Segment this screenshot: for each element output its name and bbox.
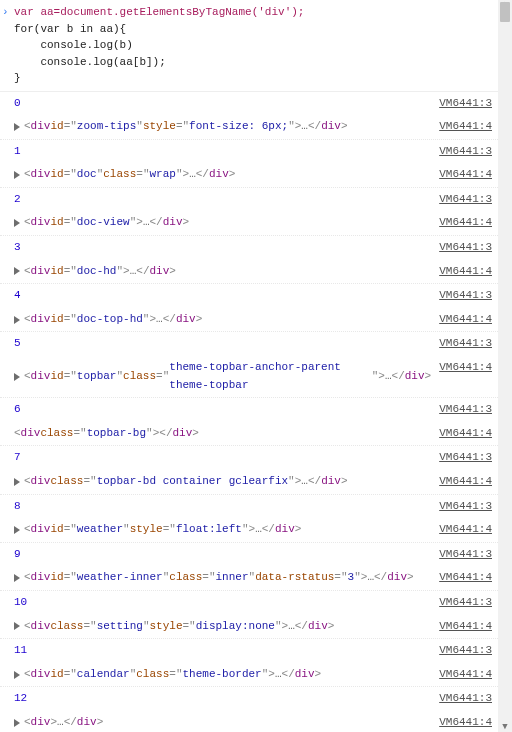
log-index-row: 5VM6441:3 (0, 331, 498, 356)
expand-arrow-icon[interactable] (14, 622, 20, 630)
expand-arrow-icon[interactable] (14, 526, 20, 534)
log-index: 9 (14, 546, 21, 564)
log-element-row: <div id="doc-view">…</div>VM6441:4 (0, 211, 498, 235)
code-line: for(var b in aa){ (14, 21, 498, 38)
log-element-row: <div id="topbar" class="theme-topbar-anc… (0, 356, 498, 397)
log-index: 0 (14, 95, 21, 113)
log-index: 12 (14, 690, 27, 708)
log-element-row: <div id="calendar" class="theme-border">… (0, 663, 498, 687)
element-node[interactable]: <div class="topbar-bd container gclearfi… (14, 473, 431, 491)
expand-arrow-icon[interactable] (14, 123, 20, 131)
log-element-row: <div id="doc" class="wrap">…</div>VM6441… (0, 163, 498, 187)
source-link[interactable]: VM6441:3 (431, 239, 492, 257)
log-element-row: <div id="doc-hd">…</div>VM6441:4 (0, 260, 498, 284)
log-element-row: <div id="weather-inner" class="inner" da… (0, 566, 498, 590)
log-element-row: <div>…</div>VM6441:4 (0, 711, 498, 732)
log-index-row: 2VM6441:3 (0, 187, 498, 212)
element-node[interactable]: <div id="weather" style="float:left">…</… (14, 521, 431, 539)
source-link[interactable]: VM6441:4 (431, 359, 492, 377)
source-link[interactable]: VM6441:4 (431, 214, 492, 232)
source-link[interactable]: VM6441:4 (431, 666, 492, 684)
source-link[interactable]: VM6441:3 (431, 335, 492, 353)
element-node[interactable]: <div id="doc-view">…</div> (14, 214, 431, 232)
log-index-row: 0VM6441:3 (0, 92, 498, 116)
log-index: 5 (14, 335, 21, 353)
log-element-row: <div id="zoom-tips" style="font-size: 6p… (0, 115, 498, 139)
scrollbar-thumb[interactable] (500, 2, 510, 22)
expand-arrow-icon[interactable] (14, 719, 20, 727)
expand-arrow-icon[interactable] (14, 574, 20, 582)
source-link[interactable]: VM6441:3 (431, 143, 492, 161)
code-line: var aa=document.getElementsByTagName('di… (14, 6, 304, 18)
source-link[interactable]: VM6441:4 (431, 521, 492, 539)
log-element-row: <div id="weather" style="float:left">…</… (0, 518, 498, 542)
log-index: 7 (14, 449, 21, 467)
source-link[interactable]: VM6441:3 (431, 642, 492, 660)
element-node[interactable]: <div class="topbar-bg"></div> (14, 425, 431, 443)
expand-arrow-icon[interactable] (14, 671, 20, 679)
log-element-row: <div class="topbar-bd container gclearfi… (0, 470, 498, 494)
source-link[interactable]: VM6441:4 (431, 714, 492, 732)
source-link[interactable]: VM6441:3 (431, 690, 492, 708)
log-index-row: 4VM6441:3 (0, 283, 498, 308)
expand-arrow-icon[interactable] (14, 373, 20, 381)
log-index: 4 (14, 287, 21, 305)
element-node[interactable]: <div class="setting" style="display:none… (14, 618, 431, 636)
source-link[interactable]: VM6441:3 (431, 594, 492, 612)
source-link[interactable]: VM6441:3 (431, 287, 492, 305)
element-node[interactable]: <div id="zoom-tips" style="font-size: 6p… (14, 118, 431, 136)
log-index-row: 6VM6441:3 (0, 397, 498, 422)
log-index: 2 (14, 191, 21, 209)
log-index-row: 7VM6441:3 (0, 445, 498, 470)
log-index: 10 (14, 594, 27, 612)
console-input[interactable]: › var aa=document.getElementsByTagName('… (0, 0, 498, 92)
expand-arrow-icon[interactable] (14, 171, 20, 179)
console-output: 0VM6441:3<div id="zoom-tips" style="font… (0, 92, 498, 733)
log-index-row: 9VM6441:3 (0, 542, 498, 567)
source-link[interactable]: VM6441:4 (431, 618, 492, 636)
log-index-row: 11VM6441:3 (0, 638, 498, 663)
code-line: console.log(b) (14, 37, 498, 54)
source-link[interactable]: VM6441:4 (431, 425, 492, 443)
log-index-row: 1VM6441:3 (0, 139, 498, 164)
scrollbar-vertical[interactable]: ▲ ▼ (498, 0, 512, 732)
element-node[interactable]: <div>…</div> (14, 714, 431, 732)
source-link[interactable]: VM6441:4 (431, 263, 492, 281)
log-index: 1 (14, 143, 21, 161)
element-node[interactable]: <div id="doc" class="wrap">…</div> (14, 166, 431, 184)
source-link[interactable]: VM6441:3 (431, 449, 492, 467)
source-link[interactable]: VM6441:3 (431, 401, 492, 419)
log-index: 11 (14, 642, 27, 660)
console-panel[interactable]: › var aa=document.getElementsByTagName('… (0, 0, 498, 732)
source-link[interactable]: VM6441:3 (431, 546, 492, 564)
element-node[interactable]: <div id="topbar" class="theme-topbar-anc… (14, 359, 431, 394)
log-index-row: 12VM6441:3 (0, 686, 498, 711)
log-index-row: 10VM6441:3 (0, 590, 498, 615)
expand-arrow-icon[interactable] (14, 478, 20, 486)
code-line: console.log(aa[b]); (14, 54, 498, 71)
log-index: 6 (14, 401, 21, 419)
log-index-row: 3VM6441:3 (0, 235, 498, 260)
source-link[interactable]: VM6441:4 (431, 118, 492, 136)
expand-arrow-icon[interactable] (14, 267, 20, 275)
log-index: 8 (14, 498, 21, 516)
log-index-row: 8VM6441:3 (0, 494, 498, 519)
expand-arrow-icon[interactable] (14, 316, 20, 324)
source-link[interactable]: VM6441:3 (431, 498, 492, 516)
log-element-row: <div class="topbar-bg"></div>VM6441:4 (0, 422, 498, 446)
log-element-row: <div class="setting" style="display:none… (0, 615, 498, 639)
source-link[interactable]: VM6441:3 (431, 191, 492, 209)
expand-arrow-icon[interactable] (14, 219, 20, 227)
element-node[interactable]: <div id="calendar" class="theme-border">… (14, 666, 431, 684)
element-node[interactable]: <div id="doc-hd">…</div> (14, 263, 431, 281)
source-link[interactable]: VM6441:4 (431, 311, 492, 329)
scroll-down-icon[interactable]: ▼ (500, 722, 510, 732)
source-link[interactable]: VM6441:4 (431, 473, 492, 491)
element-node[interactable]: <div id="weather-inner" class="inner" da… (14, 569, 431, 587)
log-index: 3 (14, 239, 21, 257)
source-link[interactable]: VM6441:3 (431, 95, 492, 113)
source-link[interactable]: VM6441:4 (431, 569, 492, 587)
prompt-icon: › (2, 4, 9, 21)
source-link[interactable]: VM6441:4 (431, 166, 492, 184)
element-node[interactable]: <div id="doc-top-hd">…</div> (14, 311, 431, 329)
